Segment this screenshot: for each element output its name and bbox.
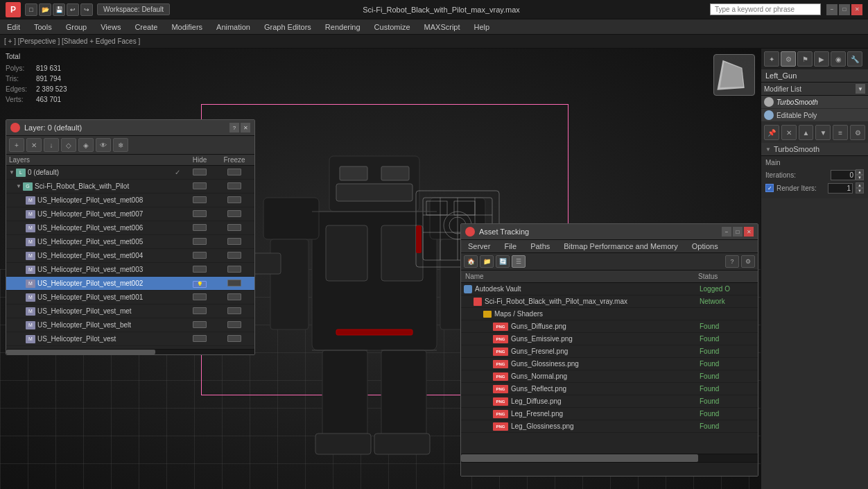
asset-menu-server[interactable]: Server bbox=[461, 240, 497, 252]
close-button[interactable]: ✕ bbox=[851, 4, 862, 15]
menu-group[interactable]: Group bbox=[59, 19, 94, 34]
render-iters-down[interactable]: ▼ bbox=[856, 188, 864, 194]
turbosmooth-section-header[interactable]: ▼ TurboSmooth bbox=[761, 143, 868, 156]
layer-help-button[interactable]: ? bbox=[229, 123, 239, 132]
menu-help[interactable]: Help bbox=[467, 19, 497, 34]
menu-rendering[interactable]: Rendering bbox=[318, 19, 367, 34]
asset-settings-btn[interactable]: ⚙ bbox=[741, 255, 755, 268]
asset-item[interactable]: PNG Leg_Glossiness.png Found bbox=[461, 420, 758, 433]
layer-item[interactable]: M US_Helicopter_Pilot_vest_met007 bbox=[6, 207, 254, 221]
redo-btn[interactable]: ↪ bbox=[80, 3, 93, 16]
asset-item[interactable]: PNG Guns_Emissive.png Found bbox=[461, 333, 758, 345]
motion-icon[interactable]: ▶ bbox=[814, 51, 829, 67]
maximize-button[interactable]: □ bbox=[839, 4, 850, 15]
menu-graph-editors[interactable]: Graph Editors bbox=[257, 19, 318, 34]
pin-icon[interactable]: 📌 bbox=[764, 125, 779, 140]
layer-item[interactable]: M US_Helicopter_Pilot_vest_met bbox=[6, 304, 254, 318]
layer-item[interactable]: M US_Helicopter_Pilot_vest_met004 bbox=[6, 249, 254, 263]
layer-item[interactable]: ▼ L 0 (default) ✓ bbox=[6, 166, 254, 180]
open-btn[interactable]: 📂 bbox=[39, 3, 51, 16]
asset-help-btn[interactable]: ? bbox=[725, 255, 739, 268]
asset-tb-btn3[interactable]: 🔄 bbox=[496, 255, 510, 268]
asset-close-button[interactable]: ✕ bbox=[744, 227, 754, 237]
menu-tools[interactable]: Tools bbox=[27, 19, 59, 34]
layer-select-in-btn[interactable]: ◈ bbox=[78, 138, 94, 152]
asset-item[interactable]: Maps / Shaders bbox=[461, 308, 758, 320]
layer-item[interactable]: ▼ G Sci-Fi_Robot_Black_with_Pilot bbox=[6, 180, 254, 194]
menu-edit[interactable]: Edit bbox=[0, 19, 27, 34]
iterations-input[interactable] bbox=[831, 170, 856, 180]
asset-item[interactable]: PNG Guns_Glossiness.png Found bbox=[461, 358, 758, 370]
asset-menu-paths[interactable]: Paths bbox=[523, 240, 557, 252]
layer-close-button[interactable]: ✕ bbox=[241, 123, 250, 132]
layer-move-to-btn[interactable]: ↓ bbox=[44, 138, 59, 152]
asset-horizontal-scrollbar[interactable] bbox=[461, 454, 758, 462]
layer-new-btn[interactable]: + bbox=[9, 138, 24, 152]
search-input[interactable] bbox=[710, 3, 821, 15]
menu-maxscript[interactable]: MAXScript bbox=[417, 19, 467, 34]
asset-item[interactable]: PNG Guns_Diffuse.png Found bbox=[461, 320, 758, 333]
undo-btn[interactable]: ↩ bbox=[67, 3, 79, 16]
iterations-up[interactable]: ▲ bbox=[856, 169, 864, 175]
asset-list[interactable]: Autodesk Vault Logged O Sci-Fi_Robot_Bla… bbox=[461, 283, 758, 454]
asset-minimize-button[interactable]: − bbox=[722, 227, 731, 237]
asset-item[interactable]: Autodesk Vault Logged O bbox=[461, 283, 758, 295]
hierarchy-icon[interactable]: ⚑ bbox=[797, 51, 813, 67]
move-down-icon[interactable]: ▼ bbox=[815, 125, 831, 140]
asset-menu-bitmap-perf[interactable]: Bitmap Performance and Memory bbox=[557, 240, 684, 252]
layer-item[interactable]: M US_Helicopter_Pilot_vest_belt bbox=[6, 318, 254, 332]
asset-menu-file[interactable]: File bbox=[497, 240, 523, 252]
layer-list[interactable]: ▼ L 0 (default) ✓ ▼ G Sci-Fi_Robot_Black… bbox=[6, 166, 254, 349]
asset-menu-options[interactable]: Options bbox=[685, 240, 725, 252]
layer-item[interactable]: M US_Helicopter_Pilot_vest_met001 bbox=[6, 291, 254, 304]
modifier-editable-poly[interactable]: Editable Poly bbox=[761, 109, 868, 122]
layer-freeze-btn[interactable]: ❄ bbox=[113, 138, 128, 152]
modify-icon[interactable]: ⚙ bbox=[781, 51, 796, 67]
layer-hide-btn[interactable]: 👁 bbox=[96, 138, 111, 152]
layer-item[interactable]: M US_Helicopter_Pilot_vest bbox=[6, 332, 254, 346]
layer-item[interactable]: M US_Helicopter_Pilot_vest_met003 bbox=[6, 263, 254, 277]
move-up-icon[interactable]: ▲ bbox=[799, 125, 814, 140]
minimize-button[interactable]: − bbox=[826, 4, 837, 15]
render-iters-input[interactable] bbox=[828, 183, 853, 194]
asset-item[interactable]: PNG Guns_Normal.png Found bbox=[461, 370, 758, 383]
asset-item[interactable]: Sci-Fi_Robot_Black_with_Pilot_max_vray.m… bbox=[461, 295, 758, 308]
show-tree-icon[interactable]: ≡ bbox=[833, 125, 848, 140]
delete-mod-icon[interactable]: ✕ bbox=[781, 125, 797, 140]
save-btn[interactable]: 💾 bbox=[53, 3, 65, 16]
modifier-turbosmooth[interactable]: TurboSmooth bbox=[761, 96, 868, 109]
workspace-selector[interactable]: Workspace: Default bbox=[97, 3, 170, 15]
asset-maximize-button[interactable]: □ bbox=[733, 227, 743, 237]
modifier-list-dropdown[interactable]: ▼ bbox=[856, 84, 865, 94]
layer-scroll-thumb[interactable] bbox=[6, 350, 155, 354]
layer-horizontal-scrollbar[interactable] bbox=[6, 349, 254, 354]
render-iters-checkbox[interactable]: ✓ bbox=[765, 184, 774, 192]
asset-tb-btn2[interactable]: 📁 bbox=[480, 255, 494, 268]
nav-cube[interactable] bbox=[713, 54, 755, 96]
menu-views[interactable]: Views bbox=[94, 19, 128, 34]
utilities-icon[interactable]: 🔧 bbox=[847, 51, 862, 67]
asset-item[interactable]: PNG Leg_Fresnel.png Found bbox=[461, 408, 758, 420]
layer-delete-btn[interactable]: ✕ bbox=[26, 138, 42, 152]
configure-icon[interactable]: ⚙ bbox=[850, 125, 865, 140]
layer-item[interactable]: M US_Helicopter_Pilot_vest_met008 bbox=[6, 194, 254, 207]
layer-item-selected[interactable]: M US_Helicopter_Pilot_vest_met002 💡 bbox=[6, 277, 254, 291]
render-iters-up[interactable]: ▲ bbox=[856, 182, 864, 188]
asset-item[interactable]: PNG Leg_Diffuse.png Found bbox=[461, 395, 758, 408]
menu-customize[interactable]: Customize bbox=[367, 19, 417, 34]
display-icon[interactable]: ◉ bbox=[831, 51, 846, 67]
menu-modifiers[interactable]: Modifiers bbox=[164, 19, 209, 34]
layer-item[interactable]: M US_Helicopter_Pilot_vest_met006 bbox=[6, 221, 254, 235]
new-btn[interactable]: □ bbox=[25, 3, 37, 16]
asset-item[interactable]: PNG Guns_Reflect.png Found bbox=[461, 383, 758, 395]
asset-tb-btn1[interactable]: 🏠 bbox=[464, 255, 478, 268]
layer-select-btn[interactable]: ◇ bbox=[61, 138, 76, 152]
create-icon[interactable]: ✦ bbox=[764, 51, 779, 67]
asset-item[interactable]: PNG Guns_Fresnel.png Found bbox=[461, 345, 758, 358]
iterations-down[interactable]: ▼ bbox=[856, 175, 864, 180]
layer-item[interactable]: M US_Helicopter_Pilot_vest_met005 bbox=[6, 235, 254, 249]
asset-tb-btn4[interactable]: ☰ bbox=[512, 255, 526, 268]
asset-scroll-thumb[interactable] bbox=[461, 454, 698, 462]
menu-animation[interactable]: Animation bbox=[209, 19, 257, 34]
menu-create[interactable]: Create bbox=[128, 19, 164, 34]
